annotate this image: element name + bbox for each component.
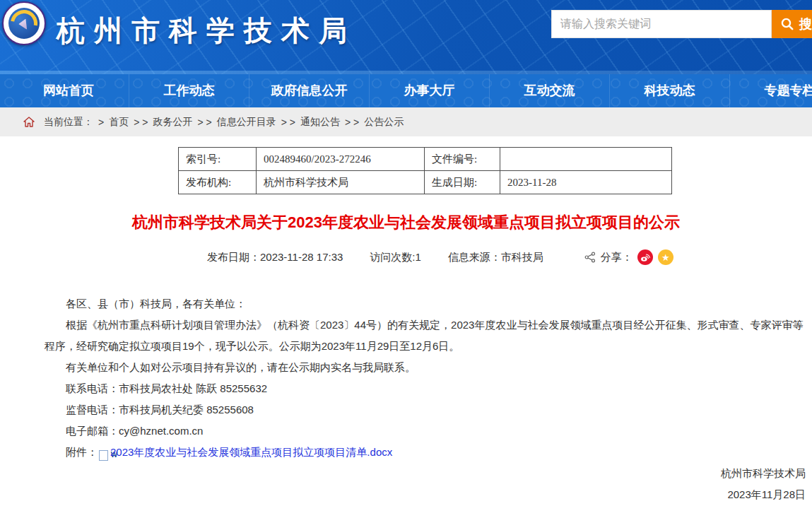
- publish-date: 发布日期：2023-11-28 17:33: [207, 251, 343, 264]
- nav-item-special-topics[interactable]: 专题专栏: [729, 74, 812, 107]
- breadcrumb: 当前位置： > 首页 > > 政务公开 > > 信息公开目录 > > 通知公告 …: [0, 107, 812, 136]
- create-date-value: 2023-11-28: [500, 171, 672, 194]
- breadcrumb-separator: > >: [345, 117, 359, 128]
- paragraph: 根据《杭州市重点科研计划项目管理办法》（杭科资〔2023〕44号）的有关规定，2…: [45, 314, 804, 357]
- nav-item-interaction[interactable]: 互动交流: [489, 74, 609, 107]
- home-icon[interactable]: [23, 117, 35, 127]
- breadcrumb-item-announcements[interactable]: 公告公示: [364, 116, 404, 129]
- nav-item-gov-info[interactable]: 政府信息公开: [249, 74, 369, 107]
- breadcrumb-item-home[interactable]: 首页: [109, 116, 129, 129]
- attachment-line: 附件：W2023年度农业与社会发展领域重点项目拟立项项目清单.docx: [45, 442, 804, 463]
- search-button[interactable]: 搜索: [772, 10, 812, 38]
- table-row: 发布机构: 杭州市科学技术局 生成日期: 2023-11-28: [179, 171, 672, 194]
- paragraph: 有关单位和个人如对公示项目持有异议的，请在公示期内实名与我局联系。: [45, 357, 804, 378]
- breadcrumb-separator: >: [98, 117, 104, 128]
- breadcrumb-separator: > >: [134, 117, 148, 128]
- index-number-value: 002489460/2023-272246: [257, 148, 425, 171]
- paragraph: 各区、县（市）科技局，各有关单位：: [45, 293, 804, 314]
- article-title: 杭州市科学技术局关于2023年度农业与社会发展领域重点项目拟立项项目的公示: [0, 212, 812, 233]
- share-group: 分享： ★: [584, 249, 673, 265]
- weibo-share-icon[interactable]: [637, 249, 653, 265]
- file-number-label: 文件编号:: [425, 148, 500, 171]
- table-row: 索引号: 002489460/2023-272246 文件编号:: [179, 148, 672, 171]
- breadcrumb-label: 当前位置：: [44, 116, 93, 129]
- breadcrumb-separator: > >: [281, 117, 295, 128]
- search-icon: [780, 17, 794, 31]
- publisher-label: 发布机构:: [179, 171, 257, 194]
- info-source: 信息来源：市科技局: [448, 251, 543, 264]
- signature-date: 2023年11月28日: [721, 484, 806, 505]
- nav-item-work-news[interactable]: 工作动态: [129, 74, 249, 107]
- breadcrumb-item-info-catalog[interactable]: 信息公开目录: [217, 116, 276, 129]
- article-body: 各区、县（市）科技局，各有关单位： 根据《杭州市重点科研计划项目管理办法》（杭科…: [45, 293, 804, 463]
- nav-item-home[interactable]: 网站首页: [8, 74, 129, 107]
- main-nav: 网站首页 工作动态 政府信息公开 办事大厅 互动交流 科技动态 专题专栏: [0, 74, 812, 107]
- publisher-value: 杭州市科学技术局: [257, 171, 425, 194]
- signature-block: 杭州市科学技术局 2023年11月28日: [721, 463, 806, 505]
- paragraph: 监督电话：市科技局机关纪委 85255608: [45, 399, 804, 420]
- site-title: 杭州市科学技术局: [57, 11, 356, 50]
- qzone-share-icon[interactable]: ★: [658, 249, 673, 265]
- document-info-table: 索引号: 002489460/2023-272246 文件编号: 发布机构: 杭…: [178, 147, 672, 194]
- file-number-value: [500, 148, 672, 171]
- paragraph: 电子邮箱：cy@hznet.com.cn: [45, 420, 804, 442]
- signature-org: 杭州市科学技术局: [721, 463, 806, 484]
- article-meta: 发布日期：2023-11-28 17:33 访问次数:1 信息来源：市科技局 分…: [207, 249, 673, 265]
- visit-count: 访问次数:1: [370, 251, 421, 264]
- nav-item-service-hall[interactable]: 办事大厅: [369, 74, 489, 107]
- word-doc-icon: W: [99, 450, 108, 461]
- site-header: 杭州市科学技术局 搜索: [0, 0, 812, 74]
- create-date-label: 生成日期:: [425, 171, 500, 194]
- nav-item-tech-news[interactable]: 科技动态: [609, 74, 729, 107]
- share-nodes-icon: [584, 252, 596, 263]
- search-input[interactable]: [551, 10, 772, 38]
- breadcrumb-item-notices[interactable]: 通知公告: [300, 116, 340, 129]
- logo-globe: [8, 8, 40, 39]
- breadcrumb-item-gov-open[interactable]: 政务公开: [153, 116, 192, 129]
- index-number-label: 索引号:: [179, 148, 257, 171]
- bureau-logo-icon[interactable]: [2, 1, 46, 45]
- main-nav-inner: 网站首页 工作动态 政府信息公开 办事大厅 互动交流 科技动态 专题专栏: [0, 74, 812, 107]
- page: 杭州市科学技术局 搜索 网站首页 工作动态 政府信息公开 办事大厅 互动交流 科…: [0, 0, 812, 506]
- breadcrumb-separator: > >: [197, 117, 211, 128]
- attachment-link[interactable]: 2023年度农业与社会发展领域重点项目拟立项项目清单.docx: [110, 446, 392, 458]
- share-label: 分享：: [601, 251, 632, 264]
- search-button-label: 搜索: [799, 16, 812, 33]
- paragraph: 联系电话：市科技局农社处 陈跃 85255632: [45, 378, 804, 399]
